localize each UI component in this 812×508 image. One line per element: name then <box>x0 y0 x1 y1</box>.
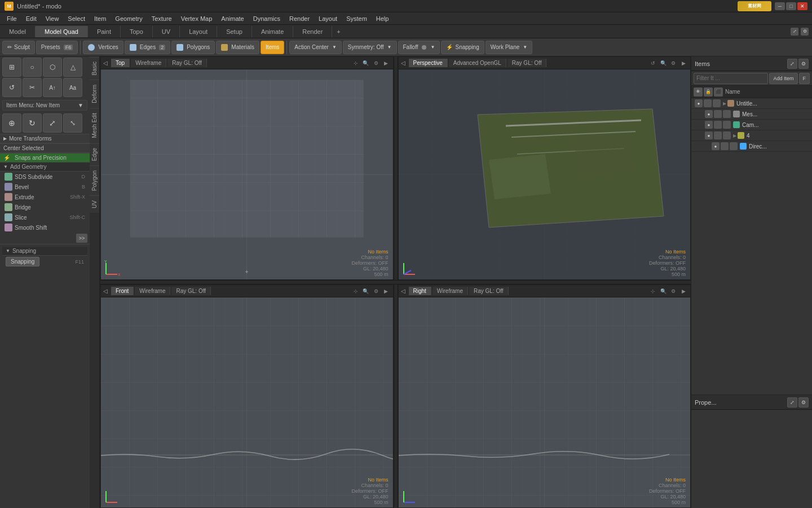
menu-animate[interactable]: Animate <box>217 14 248 23</box>
tab-settings-btn[interactable]: ⚙ <box>801 28 809 36</box>
render-item-camera[interactable] <box>723 121 731 129</box>
vp-bl-tab-raygl[interactable]: Ray GL: Off <box>171 287 211 295</box>
render-item-1[interactable] <box>713 99 721 107</box>
vtab-deform[interactable]: Deform <box>90 80 99 108</box>
symmetry-button[interactable]: Symmetry: Off ▼ <box>343 41 397 54</box>
collapse-button[interactable]: >> <box>76 234 87 243</box>
tab-add[interactable]: + <box>332 26 345 37</box>
render-item-dir[interactable] <box>730 142 738 150</box>
tab-topo[interactable]: Topo <box>121 26 153 37</box>
tab-layout[interactable]: Layout <box>180 26 217 37</box>
vp-tr-ctrl-4[interactable]: ▶ <box>679 59 688 68</box>
props-settings-btn[interactable]: ⚙ <box>798 397 809 408</box>
tab-setup[interactable]: Setup <box>217 26 252 37</box>
expand-light[interactable]: ▶ <box>733 133 736 138</box>
tool-btn-6[interactable]: ✂ <box>23 78 42 97</box>
vp-tr-ctrl-3[interactable]: ⚙ <box>669 59 678 68</box>
sculpt-button[interactable]: ✏ Sculpt <box>2 41 35 54</box>
falloff-button[interactable]: Falloff ▼ <box>398 41 440 54</box>
tool-btn-4[interactable]: △ <box>63 58 82 77</box>
menu-texture[interactable]: Texture <box>147 14 176 23</box>
vp-tl-tab-wire[interactable]: Wireframe <box>131 59 166 67</box>
vp-tl-ctrl-2[interactable]: 🔍 <box>361 59 370 68</box>
vp-br-ctrl-1[interactable]: ⊹ <box>648 287 657 296</box>
render-item-mesh[interactable] <box>723 110 731 118</box>
tool-smooth-shift[interactable]: Smooth Shift <box>0 222 90 233</box>
tab-model-quad[interactable]: Model Quad <box>36 26 88 37</box>
viewport-tl-body[interactable]: X Y + No Items Channels: 0 Deformers: OF… <box>101 69 393 279</box>
tool-bridge[interactable]: Bridge <box>0 202 90 212</box>
expand-1[interactable]: ▶ <box>723 101 726 106</box>
lock-item-light[interactable] <box>714 132 722 139</box>
vp-bl-ctrl-3[interactable]: ⚙ <box>372 287 381 296</box>
tab-paint[interactable]: Paint <box>88 26 121 37</box>
eye-item-1[interactable]: ● <box>695 99 703 107</box>
menu-select[interactable]: Select <box>63 14 90 23</box>
edges-button[interactable]: Edges 2 <box>125 41 170 54</box>
items-button[interactable]: Items <box>261 41 284 54</box>
tab-animate[interactable]: Animate <box>252 26 293 37</box>
vp-br-ctrl-3[interactable]: ⚙ <box>669 287 678 296</box>
menu-file[interactable]: File <box>2 14 21 23</box>
eye-item-light[interactable]: ● <box>705 132 713 139</box>
vp-br-ctrl-4[interactable]: ▶ <box>679 287 688 296</box>
viewport-top-right[interactable]: ◁ Perspective Advanced OpenGL Ray GL: Of… <box>398 56 691 280</box>
vp-tl-ctrl-3[interactable]: ⚙ <box>372 59 381 68</box>
tool-btn-3[interactable]: ⬡ <box>43 58 62 77</box>
items-settings-btn[interactable]: ⚙ <box>798 59 809 69</box>
work-plane-button[interactable]: Work Plane ▼ <box>486 41 532 54</box>
materials-button[interactable]: Materials <box>216 41 259 54</box>
menu-geometry[interactable]: Geometry <box>111 14 147 23</box>
vertices-button[interactable]: Vertices <box>83 41 123 54</box>
snapping-header[interactable]: ▼ Snapping <box>2 247 87 256</box>
viewport-bl-body[interactable]: No Items Channels: 0 Deformers: OFF GL: … <box>101 297 393 507</box>
add-geometry-header[interactable]: ▼ Add Geometry <box>0 163 90 172</box>
list-item-camera[interactable]: ● Cam... <box>691 120 812 130</box>
tool-move[interactable]: ⊕ <box>2 113 21 133</box>
list-item-directional[interactable]: ● Direc... <box>691 141 812 152</box>
snaps-precision-row[interactable]: ⚡ Snaps and Precision <box>0 153 90 163</box>
menu-edit[interactable]: Edit <box>21 14 41 23</box>
tool-bevel[interactable]: Bevel B <box>0 182 90 192</box>
vtab-polygon[interactable]: Polygon <box>90 165 99 195</box>
tool-btn-2[interactable]: ○ <box>23 58 42 77</box>
vp-tr-ctrl-2[interactable]: 🔍 <box>659 59 668 68</box>
list-item-untitled[interactable]: ● ▶ Untitle... <box>691 98 812 109</box>
menu-system[interactable]: System <box>342 14 372 23</box>
viewport-bottom-right[interactable]: ◁ Right Wireframe Ray GL: Off ⊹ 🔍 ⚙ ▶ <box>398 284 691 508</box>
menu-layout[interactable]: Layout <box>314 14 342 23</box>
f-btn[interactable]: F <box>799 73 810 84</box>
vp-separator-h1[interactable] <box>100 280 691 284</box>
menu-vertex-map[interactable]: Vertex Map <box>176 14 217 23</box>
tool-slice[interactable]: Slice Shift-C <box>0 212 90 222</box>
vp-br-tab-right[interactable]: Right <box>409 287 431 295</box>
items-expand-btn[interactable]: ⤢ <box>787 59 797 69</box>
minimize-button[interactable]: ─ <box>775 2 785 10</box>
snapping-btn[interactable]: Snapping <box>6 257 39 266</box>
vp-tl-ctrl-4[interactable]: ▶ <box>382 59 391 68</box>
vp-br-ctrl-2[interactable]: 🔍 <box>659 287 668 296</box>
render-item-light[interactable] <box>723 132 731 139</box>
item-menu-row[interactable]: Item Menu: New Item ▼ <box>2 100 87 111</box>
viewport-top-left[interactable]: ◁ Top Wireframe Ray GL: Off ⊹ 🔍 ⚙ ▶ <box>100 56 394 280</box>
vp-bl-ctrl-4[interactable]: ▶ <box>382 287 391 296</box>
menu-help[interactable]: Help <box>372 14 394 23</box>
lock-item-mesh[interactable] <box>714 110 722 118</box>
vp-tr-tab-persp[interactable]: Perspective <box>409 59 448 67</box>
eye-item-mesh[interactable]: ● <box>705 110 713 118</box>
vp-tl-ctrl-1[interactable]: ⊹ <box>351 59 360 68</box>
vp-tr-tab-mode[interactable]: Advanced OpenGL <box>449 59 506 67</box>
vp-tr-ctrl-1[interactable]: ↺ <box>648 59 657 68</box>
vtab-uv[interactable]: UV <box>90 195 99 213</box>
lock-item-dir[interactable] <box>721 142 729 150</box>
tool-extrude[interactable]: Extrude Shift-X <box>0 192 90 202</box>
vp-tl-tab-top[interactable]: Top <box>111 59 130 67</box>
tool-xfrm[interactable]: ⤡ <box>63 113 82 133</box>
eye-item-camera[interactable]: ● <box>705 121 713 129</box>
tool-sds-subdivide[interactable]: SDS Subdivide D <box>0 172 90 182</box>
tab-render[interactable]: Render <box>293 26 332 37</box>
tab-expand-btn[interactable]: ⤢ <box>791 28 798 36</box>
tab-uv[interactable]: UV <box>153 26 180 37</box>
vp-tl-tab-raygl[interactable]: Ray GL: Off <box>167 59 207 67</box>
vp-br-tab-wire[interactable]: Wireframe <box>433 287 468 295</box>
